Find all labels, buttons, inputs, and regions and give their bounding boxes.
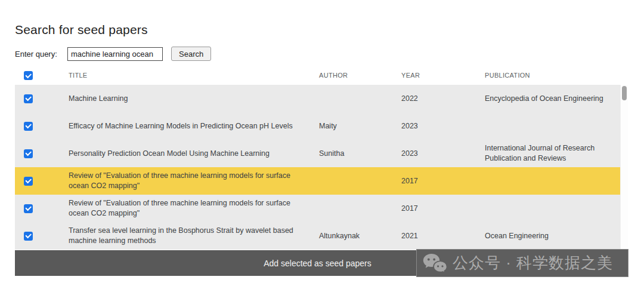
table-scrollbar-thumb[interactable] [622,86,627,100]
row-publication: International Journal of Research Public… [485,143,620,164]
column-header-author: AUTHOR [319,70,401,81]
table-body: Machine Learning 2022 Encyclopedia of Oc… [15,85,620,250]
table-row[interactable]: Review of "Evaluation of three machine l… [15,167,620,195]
row-title: Efficacy of Machine Learning Models in P… [69,121,319,131]
row-publication: Ocean Engineering [485,231,620,241]
row-title: Transfer sea level learning in the Bosph… [69,226,319,246]
column-header-title: TITLE [69,70,319,81]
row-checkbox[interactable] [24,149,33,158]
wechat-icon [423,253,447,273]
row-year: 2017 [401,176,485,186]
search-button[interactable]: Search [171,47,211,61]
table-row[interactable]: Transfer sea level learning in the Bosph… [15,222,620,250]
row-title: Review of "Evaluation of three machine l… [69,198,319,219]
row-author: Maity [319,121,401,131]
table-row[interactable]: Efficacy of Machine Learning Models in P… [15,112,620,140]
row-publication: Encyclopedia of Ocean Engineering [485,94,620,104]
table-scrollbar-track[interactable] [620,85,628,250]
table-header: TITLE AUTHOR YEAR PUBLICATION [15,66,620,85]
row-title: Machine Learning [69,94,319,104]
column-header-year: YEAR [401,70,485,81]
page-title: Search for seed papers [15,23,148,37]
column-header-publication: PUBLICATION [485,70,620,81]
query-row: Enter query: Search [15,47,211,61]
row-year: 2017 [401,204,485,214]
row-year: 2023 [401,149,485,159]
row-title: Personality Prediction Ocean Model Using… [69,149,319,159]
row-checkbox[interactable] [24,94,33,103]
row-author: Altunkaynak [319,231,401,241]
row-title: Review of "Evaluation of three machine l… [69,171,319,191]
table-row[interactable]: Personality Prediction Ocean Model Using… [15,140,620,167]
row-year: 2023 [401,121,485,131]
row-checkbox[interactable] [24,204,33,213]
watermark: 公众号 · 科学数据之美 [416,249,628,277]
row-author: Sunitha [319,149,401,159]
row-checkbox[interactable] [24,232,33,241]
watermark-text: 公众号 · 科学数据之美 [453,253,613,273]
select-all-checkbox[interactable] [24,71,33,80]
seed-paper-search-page: Search for seed papers Enter query: Sear… [0,0,644,292]
add-selected-seed-papers-label: Add selected as seed papers [264,259,371,268]
query-input[interactable] [67,47,163,61]
row-year: 2022 [401,94,485,104]
query-label: Enter query: [15,50,67,59]
row-checkbox[interactable] [24,122,33,131]
table-row[interactable]: Review of "Evaluation of three machine l… [15,195,620,222]
row-year: 2021 [401,231,485,241]
table-row[interactable]: Machine Learning 2022 Encyclopedia of Oc… [15,85,620,112]
row-checkbox[interactable] [24,177,33,186]
